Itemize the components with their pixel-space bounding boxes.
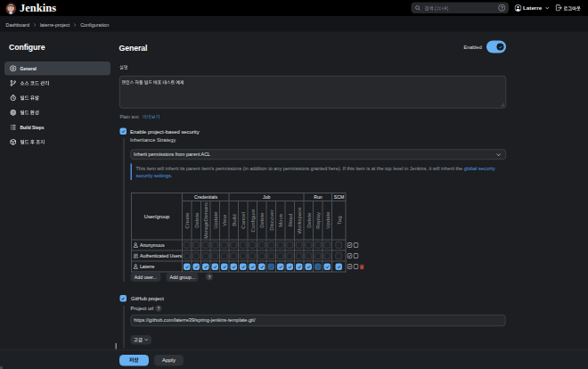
- svg-text:?: ?: [501, 5, 503, 11]
